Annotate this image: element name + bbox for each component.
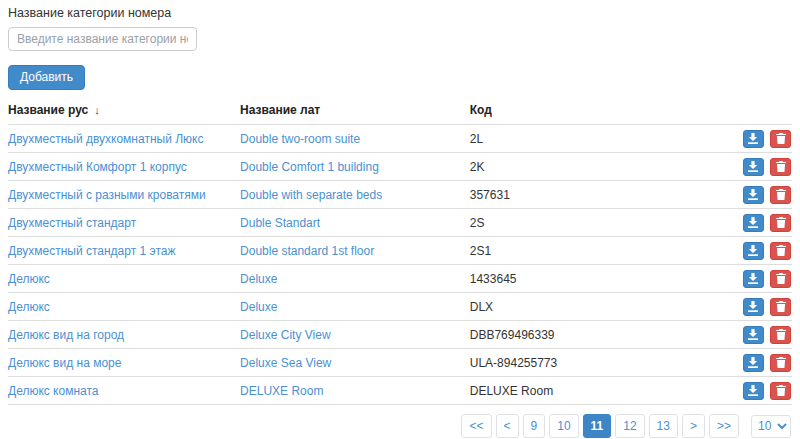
name-lat-cell: Deluxe City View <box>240 321 470 349</box>
row-actions-cell <box>729 293 792 321</box>
table-row: Двухместный стандарт 1 этаж Double stand… <box>8 237 792 265</box>
page-button-9[interactable]: 9 <box>523 414 546 438</box>
trash-icon <box>776 385 786 396</box>
save-row-button[interactable] <box>743 186 764 204</box>
name-lat-link[interactable]: Duble Standart <box>240 216 320 230</box>
name-lat-cell: Deluxe Sea View <box>240 349 470 377</box>
pagination-pages: <<<910111213>>> <box>457 414 739 438</box>
delete-row-button[interactable] <box>770 382 791 400</box>
page-button-first[interactable]: << <box>461 414 491 438</box>
page-button-12[interactable]: 12 <box>615 414 644 438</box>
page-button-11[interactable]: 11 <box>583 414 612 438</box>
category-name-input[interactable] <box>8 27 197 51</box>
delete-row-button[interactable] <box>770 158 791 176</box>
trash-icon <box>776 189 786 200</box>
download-icon <box>748 189 758 200</box>
name-rus-link[interactable]: Делюкс комната <box>8 384 99 398</box>
row-actions-cell <box>729 349 792 377</box>
page-size-select[interactable]: 10 <box>751 415 791 438</box>
name-lat-link[interactable]: Deluxe City View <box>240 328 330 342</box>
save-row-button[interactable] <box>743 158 764 176</box>
save-row-button[interactable] <box>743 354 764 372</box>
delete-row-button[interactable] <box>770 326 791 344</box>
page-button-10[interactable]: 10 <box>549 414 578 438</box>
name-lat-link[interactable]: Deluxe <box>240 300 277 314</box>
table-row: Делюкс вид на море Deluxe Sea View ULA-8… <box>8 349 792 377</box>
name-lat-link[interactable]: Double Comfort 1 building <box>240 160 379 174</box>
name-lat-link[interactable]: DELUXE Room <box>240 384 323 398</box>
download-icon <box>748 161 758 172</box>
name-lat-cell: DELUXE Room <box>240 377 470 405</box>
save-row-button[interactable] <box>743 130 764 148</box>
name-rus-cell: Делюкс <box>8 293 240 321</box>
save-row-button[interactable] <box>743 270 764 288</box>
name-rus-link[interactable]: Двухместный стандарт <box>8 216 136 230</box>
delete-row-button[interactable] <box>770 186 791 204</box>
page-button-13[interactable]: 13 <box>649 414 678 438</box>
name-lat-link[interactable]: Double two-room suite <box>240 132 360 146</box>
delete-row-button[interactable] <box>770 130 791 148</box>
row-actions-cell <box>729 125 792 153</box>
table-row: Делюкс вид на город Deluxe City View DBB… <box>8 321 792 349</box>
download-icon <box>748 385 758 396</box>
download-icon <box>748 133 758 144</box>
name-rus-link[interactable]: Двухместный двухкомнатный Люкс <box>8 132 203 146</box>
table-row: Двухместный стандарт Duble Standart 2S <box>8 209 792 237</box>
delete-row-button[interactable] <box>770 270 791 288</box>
name-rus-cell: Двухместный стандарт 1 этаж <box>8 237 240 265</box>
name-lat-cell: Deluxe <box>240 293 470 321</box>
download-icon <box>748 217 758 228</box>
save-row-button[interactable] <box>743 242 764 260</box>
name-rus-link[interactable]: Двухместный Комфорт 1 корпус <box>8 160 187 174</box>
download-icon <box>748 245 758 256</box>
code-cell: 2S <box>470 209 730 237</box>
download-icon <box>748 301 758 312</box>
page-button-next[interactable]: > <box>682 414 705 438</box>
name-lat-link[interactable]: Deluxe <box>240 272 277 286</box>
categories-table: Название рус↓ Название лат Код Двухместн… <box>8 97 792 405</box>
name-rus-cell: Делюкс вид на море <box>8 349 240 377</box>
name-rus-cell: Делюкс комната <box>8 377 240 405</box>
trash-icon <box>776 245 786 256</box>
name-rus-link[interactable]: Делюкс вид на город <box>8 328 124 342</box>
row-actions-cell <box>729 209 792 237</box>
name-rus-link[interactable]: Делюкс <box>8 272 50 286</box>
table-body: Двухместный двухкомнатный Люкс Double tw… <box>8 125 792 405</box>
code-cell: ULA-894255773 <box>470 349 730 377</box>
name-lat-cell: Double Comfort 1 building <box>240 153 470 181</box>
header-name-rus[interactable]: Название рус↓ <box>8 97 240 125</box>
page-button-prev[interactable]: < <box>496 414 519 438</box>
save-row-button[interactable] <box>743 298 764 316</box>
name-rus-link[interactable]: Делюкс вид на море <box>8 356 121 370</box>
trash-icon <box>776 161 786 172</box>
trash-icon <box>776 357 786 368</box>
row-actions-cell <box>729 153 792 181</box>
trash-icon <box>776 133 786 144</box>
download-icon <box>748 329 758 340</box>
name-lat-link[interactable]: Deluxe Sea View <box>240 356 331 370</box>
save-row-button[interactable] <box>743 326 764 344</box>
code-cell: 1433645 <box>470 265 730 293</box>
save-row-button[interactable] <box>743 214 764 232</box>
delete-row-button[interactable] <box>770 354 791 372</box>
delete-row-button[interactable] <box>770 242 791 260</box>
code-cell: DELUXE Room <box>470 377 730 405</box>
row-actions-cell <box>729 265 792 293</box>
pagination: <<<910111213>>> 10 <box>8 414 792 438</box>
delete-row-button[interactable] <box>770 298 791 316</box>
name-rus-link[interactable]: Двухместный стандарт 1 этаж <box>8 244 175 258</box>
table-row: Двухместный Комфорт 1 корпус Double Comf… <box>8 153 792 181</box>
code-cell: DBB769496339 <box>470 321 730 349</box>
page-button-last[interactable]: >> <box>709 414 739 438</box>
add-button[interactable]: Добавить <box>8 65 85 90</box>
table-row: Делюкс Deluxe DLX <box>8 293 792 321</box>
name-lat-link[interactable]: Double standard 1st floor <box>240 244 374 258</box>
sort-desc-icon: ↓ <box>94 104 100 116</box>
name-rus-link[interactable]: Делюкс <box>8 300 50 314</box>
save-row-button[interactable] <box>743 382 764 400</box>
delete-row-button[interactable] <box>770 214 791 232</box>
name-rus-cell: Двухместный Комфорт 1 корпус <box>8 153 240 181</box>
header-name-lat: Название лат <box>240 97 470 125</box>
name-lat-link[interactable]: Double with separate beds <box>240 188 382 202</box>
name-rus-link[interactable]: Двухместный с разными кроватями <box>8 188 206 202</box>
